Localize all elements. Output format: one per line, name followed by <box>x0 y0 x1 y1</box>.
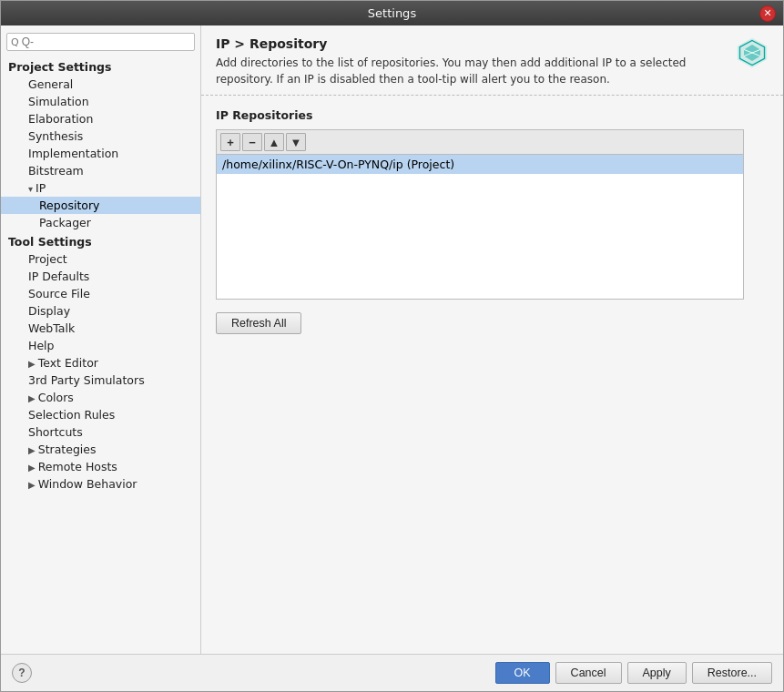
restore-button[interactable]: Restore... <box>692 662 772 684</box>
search-input[interactable] <box>22 36 190 48</box>
sidebar-item-bitstream[interactable]: Bitstream <box>1 162 200 179</box>
sidebar-item-colors[interactable]: ▶Colors <box>1 389 200 406</box>
sidebar-item-display[interactable]: Display <box>1 302 200 320</box>
ip-repo-list[interactable]: /home/xilinx/RISC-V-On-PYNQ/ip (Project) <box>216 154 744 300</box>
settings-dialog: Settings ✕ Q Project Settings General Si… <box>0 0 784 692</box>
ip-repo-item[interactable]: /home/xilinx/RISC-V-On-PYNQ/ip (Project) <box>217 155 743 174</box>
sidebar-item-3rd-party[interactable]: 3rd Party Simulators <box>1 371 200 389</box>
sidebar-item-general[interactable]: General <box>1 76 200 93</box>
sidebar-item-text-editor[interactable]: ▶Text Editor <box>1 354 200 371</box>
sidebar-item-source-file[interactable]: Source File <box>1 285 200 302</box>
sidebar-item-ip[interactable]: ▾IP <box>1 179 200 197</box>
sidebar-item-window-behavior[interactable]: ▶Window Behavior <box>1 475 200 493</box>
sidebar-item-packager[interactable]: Packager <box>1 214 200 231</box>
footer-right: OK Cancel Apply Restore... <box>495 662 772 684</box>
cancel-button[interactable]: Cancel <box>555 662 622 684</box>
dialog-footer: ? OK Cancel Apply Restore... <box>1 654 783 691</box>
sidebar-item-simulation[interactable]: Simulation <box>1 93 200 110</box>
xilinx-logo <box>736 36 769 69</box>
sidebar-item-ip-defaults[interactable]: IP Defaults <box>1 268 200 285</box>
sidebar-item-help[interactable]: Help <box>1 337 200 354</box>
footer-left: ? <box>12 663 32 683</box>
ip-repo-toolbar: + − ▲ ▼ <box>216 129 744 154</box>
ok-button[interactable]: OK <box>495 662 550 684</box>
help-button[interactable]: ? <box>12 663 32 683</box>
sidebar-item-synthesis[interactable]: Synthesis <box>1 127 200 145</box>
move-up-button[interactable]: ▲ <box>264 133 284 151</box>
sidebar-item-repository[interactable]: Repository <box>1 197 200 214</box>
tool-settings-header: Tool Settings <box>1 231 200 250</box>
dialog-title: Settings <box>8 6 776 20</box>
refresh-all-button[interactable]: Refresh All <box>216 312 301 334</box>
add-repo-button[interactable]: + <box>220 133 240 151</box>
panel-header: IP > Repository Add directories to the l… <box>201 25 783 96</box>
apply-button[interactable]: Apply <box>627 662 687 684</box>
sidebar-item-project[interactable]: Project <box>1 250 200 268</box>
sidebar-item-strategies[interactable]: ▶Strategies <box>1 441 200 458</box>
sidebar-item-webtalk[interactable]: WebTalk <box>1 320 200 337</box>
search-icon: Q <box>11 36 19 48</box>
panel-breadcrumb: IP > Repository <box>216 36 769 51</box>
sidebar-item-implementation[interactable]: Implementation <box>1 145 200 162</box>
search-bar[interactable]: Q <box>6 33 195 51</box>
project-settings-header: Project Settings <box>1 56 200 76</box>
sidebar-item-elaboration[interactable]: Elaboration <box>1 110 200 127</box>
sidebar-item-remote-hosts[interactable]: ▶Remote Hosts <box>1 458 200 475</box>
sidebar: Q Project Settings General Simulation El… <box>1 25 201 654</box>
titlebar: Settings ✕ <box>1 1 783 25</box>
ip-repositories-label: IP Repositories <box>216 108 769 122</box>
move-down-button[interactable]: ▼ <box>286 133 306 151</box>
right-panel: IP > Repository Add directories to the l… <box>201 25 783 654</box>
panel-description: Add directories to the list of repositor… <box>216 55 769 87</box>
sidebar-item-selection-rules[interactable]: Selection Rules <box>1 406 200 423</box>
sidebar-item-shortcuts[interactable]: Shortcuts <box>1 423 200 441</box>
main-content: Q Project Settings General Simulation El… <box>1 25 783 654</box>
panel-body: IP Repositories + − ▲ ▼ /home/xilinx/RIS… <box>201 96 783 654</box>
remove-repo-button[interactable]: − <box>242 133 262 151</box>
close-button[interactable]: ✕ <box>759 5 776 22</box>
